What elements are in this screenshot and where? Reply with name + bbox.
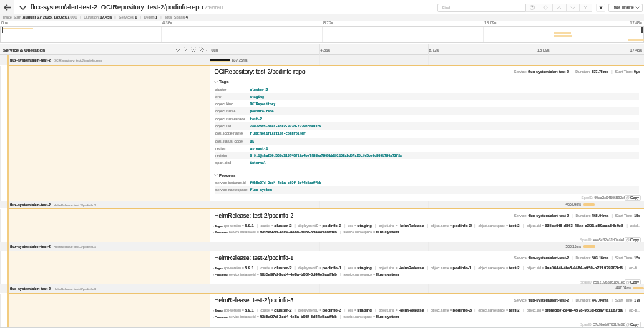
svg-text:?: ?: [531, 6, 533, 9]
